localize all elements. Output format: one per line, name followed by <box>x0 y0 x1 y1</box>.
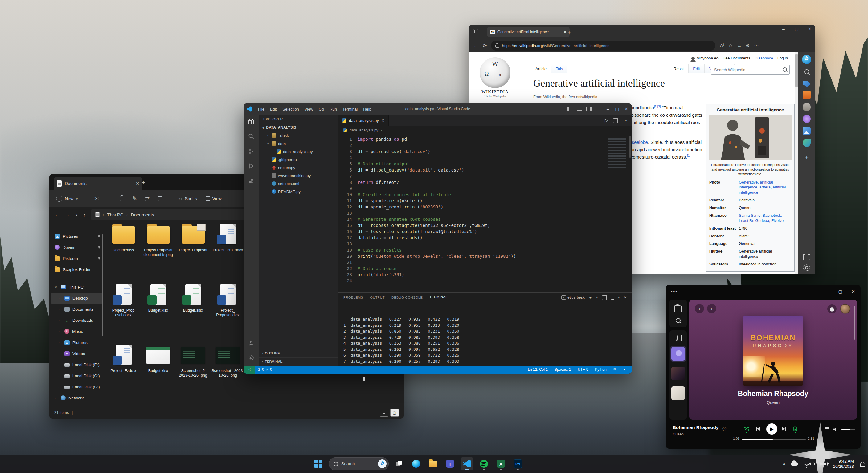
tab-article[interactable]: Article <box>531 64 551 73</box>
split-editor-icon[interactable] <box>613 118 618 123</box>
app-menu-icon[interactable]: ••• <box>671 289 678 294</box>
problems-status[interactable]: ⊘0 △0 <box>255 367 275 372</box>
new-tab-button[interactable]: + <box>568 30 570 35</box>
next-button[interactable] <box>782 427 786 431</box>
new-button[interactable]: + New ∨ <box>56 196 78 202</box>
split-terminal-icon[interactable] <box>602 295 607 300</box>
task-view-button[interactable] <box>393 457 406 470</box>
remote-indicator[interactable]: ⤬ <box>244 366 255 374</box>
address-bar[interactable]: https://en.wikipedia.org/wiki/Generative… <box>491 41 715 50</box>
tree-item[interactable]: .gitignerou <box>259 156 338 164</box>
search-icon[interactable] <box>783 67 787 72</box>
tag-icon[interactable] <box>803 79 811 87</box>
discussion-link[interactable]: Diaaonoce <box>754 56 773 60</box>
sidebar-scrollbar[interactable] <box>102 234 103 336</box>
toggle-sidebar-icon[interactable] <box>567 107 572 111</box>
tab-close-icon[interactable]: ✕ <box>381 118 385 123</box>
like-heart-icon[interactable]: ♡ <box>722 427 726 433</box>
wikipedia-logo[interactable]: WΩπ <box>479 57 510 88</box>
games-icon[interactable] <box>803 115 811 123</box>
playlist-item[interactable] <box>671 386 685 400</box>
minimize-button[interactable]: – <box>606 106 610 111</box>
start-button[interactable] <box>312 457 325 470</box>
menu-item[interactable]: Terminal <box>340 107 360 111</box>
menu-item[interactable]: Selection <box>280 107 302 111</box>
save-icon[interactable] <box>803 254 810 260</box>
shell-selector[interactable]: › etics-besk <box>561 295 585 300</box>
file-item[interactable]: Budget.xlsx <box>142 284 175 313</box>
shopping-icon[interactable] <box>803 91 811 99</box>
views-more-icon[interactable]: ⋯ <box>331 117 335 121</box>
close-button[interactable]: ✕ <box>851 289 856 294</box>
rename-button[interactable]: ✎ <box>132 195 137 202</box>
taskbar-edge[interactable] <box>410 457 423 470</box>
settings-more-icon[interactable]: ⋯ <box>754 43 758 48</box>
tab-close-icon[interactable]: ✕ <box>135 181 139 186</box>
bing-chat-icon[interactable] <box>802 55 811 64</box>
minimize-button[interactable]: – <box>781 27 786 31</box>
indentation[interactable]: Spaces: 1 <box>552 367 574 372</box>
tools-icon[interactable] <box>803 103 811 111</box>
menu-item[interactable]: View <box>302 107 316 111</box>
cut-button[interactable]: ✂ <box>94 195 99 202</box>
notifications-button[interactable] <box>827 304 837 313</box>
sort-button[interactable]: ↑↓ Sort ∨ <box>179 196 197 201</box>
tab-problems[interactable]: PROBLEMS <box>343 296 363 299</box>
breadcrumb-documents[interactable]: Documents <box>131 212 154 217</box>
file-item[interactable]: Project_ Proposal.d cx <box>211 284 244 317</box>
tree-item[interactable]: settioos.xml <box>259 179 338 188</box>
refresh-button[interactable]: ⟳ <box>483 43 487 49</box>
login-link[interactable]: Log in <box>777 56 788 60</box>
maximize-panel-icon[interactable]: ∧ <box>618 296 620 299</box>
up-button[interactable]: ↑ <box>83 212 86 217</box>
menu-item[interactable]: Go <box>316 107 327 111</box>
tab-talk[interactable]: Tals <box>551 64 567 73</box>
new-tab-button[interactable]: + <box>142 179 145 186</box>
sidebar-section[interactable]: › TERMINAL <box>259 357 338 366</box>
explorer-view-icon[interactable] <box>247 117 255 126</box>
file-item[interactable]: Project_Pro .docx <box>211 224 244 252</box>
sidebar-pinned-item[interactable]: Devies <box>51 242 103 253</box>
tree-root[interactable]: ∨ DATA_ANALYSIS <box>259 124 338 132</box>
taskbar-spotify[interactable] <box>477 457 490 470</box>
back-button[interactable]: ← <box>473 43 478 48</box>
add-sidebar-icon[interactable]: + <box>805 155 808 160</box>
menu-item[interactable]: Help <box>360 107 374 111</box>
minimize-button[interactable]: – <box>825 289 830 294</box>
page-scrollbar[interactable] <box>795 53 798 274</box>
file-item[interactable]: Budget.slsx <box>176 284 210 313</box>
copy-button[interactable] <box>107 196 112 201</box>
onedrive-icon[interactable] <box>790 462 798 466</box>
file-item[interactable]: Project_Fzdo x <box>107 345 140 373</box>
run-file-icon[interactable]: ▷ <box>605 118 608 123</box>
menu-item[interactable]: Edit <box>267 107 280 111</box>
extensions-icon[interactable] <box>247 177 255 185</box>
sidebar-item-this-pc[interactable]: ∨ This PC <box>51 281 103 293</box>
back-button[interactable]: ‹ <box>695 304 704 313</box>
customize-layout-icon[interactable] <box>596 107 601 111</box>
volume-slider[interactable] <box>841 429 855 430</box>
close-button[interactable]: ✕ <box>807 27 812 31</box>
now-playing-artist[interactable]: Queen <box>673 432 684 436</box>
sidebar-tree-item[interactable]: › Videos <box>51 348 103 359</box>
playlist-queen[interactable] <box>671 367 685 380</box>
file-item[interactable]: Budget.xlsx <box>142 345 175 373</box>
sidebar-tree-item[interactable]: › Local Disk (C:) <box>51 381 103 392</box>
workspaces-icon[interactable] <box>473 29 478 34</box>
collections-icon[interactable]: ⭟ <box>737 43 742 48</box>
playlist-liked-songs[interactable] <box>671 347 685 361</box>
notifications-bell-icon[interactable] <box>860 462 865 466</box>
sidebar-tree-item[interactable]: › Downloads <box>51 315 103 326</box>
encoding[interactable]: UTF-9 <box>575 367 591 372</box>
toggle-panel-icon[interactable] <box>577 107 582 111</box>
tree-item[interactable]: data_analysis.py <box>259 147 338 156</box>
tree-item[interactable]: ∨ data <box>259 139 338 147</box>
sidebar-pinned-item[interactable]: Pictures <box>51 231 103 242</box>
source-control-icon[interactable] <box>247 147 255 155</box>
capture-icon[interactable]: ⊕ <box>746 43 750 48</box>
sidebar-settings-icon[interactable] <box>803 264 810 271</box>
shuffle-button[interactable] <box>743 427 749 431</box>
profile-avatar[interactable] <box>840 304 850 314</box>
previous-button[interactable] <box>756 427 760 431</box>
close-button[interactable]: ✕ <box>624 106 629 111</box>
